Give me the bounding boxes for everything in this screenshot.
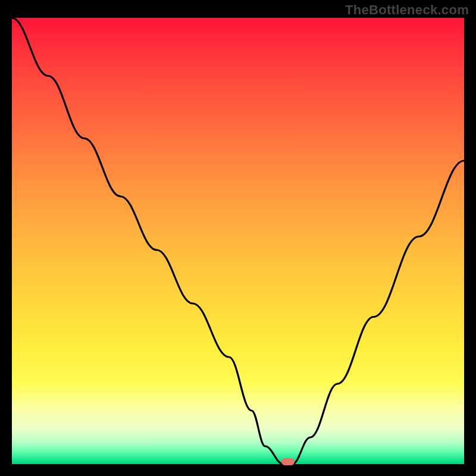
- plot-area: [12, 18, 464, 464]
- optimal-marker: [281, 458, 295, 465]
- curve-path: [12, 18, 464, 464]
- watermark-text: TheBottleneck.com: [345, 2, 469, 18]
- chart-frame: TheBottleneck.com: [0, 0, 476, 476]
- bottleneck-curve: [12, 18, 464, 464]
